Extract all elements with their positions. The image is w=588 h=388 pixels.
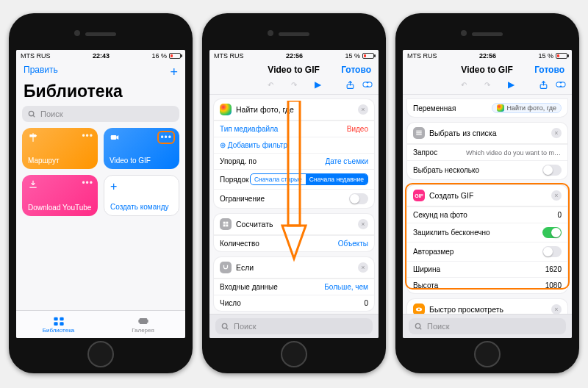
search-placeholder: Поиск — [40, 109, 62, 118]
svg-rect-7 — [60, 317, 63, 320]
more-icon[interactable]: ••• — [157, 131, 175, 144]
action-choose-from-list: Выбрать из списка × Запрос Which video d… — [407, 123, 567, 179]
close-icon[interactable]: × — [358, 262, 368, 273]
svg-point-23 — [222, 323, 226, 328]
settings-icon[interactable] — [556, 79, 566, 90]
svg-point-15 — [363, 82, 368, 87]
carrier: MTS RUS — [21, 52, 51, 60]
share-icon[interactable] — [538, 79, 548, 90]
svg-line-24 — [226, 327, 228, 328]
media-type-label[interactable]: Тип медиафайла — [220, 125, 278, 133]
tile-route[interactable]: ••• Маршрут — [22, 128, 98, 169]
tile-video-to-gif[interactable]: ••• Video to GIF — [104, 128, 179, 169]
limit-label: Ограничение — [220, 195, 265, 203]
search-icon — [28, 110, 36, 118]
action-title: Найти фото, где — [236, 105, 294, 114]
svg-rect-29 — [416, 131, 422, 132]
svg-point-16 — [368, 82, 372, 87]
number-label: Число — [220, 299, 241, 307]
count-value[interactable]: Объекты — [338, 240, 368, 248]
redo-button[interactable]: ↷ — [291, 81, 297, 89]
search-placeholder: Поиск — [234, 322, 256, 331]
number-value[interactable]: 0 — [364, 299, 368, 307]
svg-point-33 — [418, 309, 420, 311]
done-button[interactable]: Готово — [534, 65, 564, 75]
plus-icon: + — [110, 180, 173, 193]
clock: 22:56 — [479, 52, 496, 60]
prompt-label: Запрос — [413, 148, 437, 157]
home-button[interactable] — [281, 341, 307, 367]
action-search-input[interactable]: Поиск — [409, 318, 566, 334]
svg-rect-4 — [111, 135, 117, 140]
tile-label: Создать команду — [110, 203, 173, 211]
done-button[interactable]: Готово — [341, 65, 371, 75]
search-input[interactable]: Поиск — [22, 106, 179, 122]
tile-label: Video to GIF — [110, 157, 173, 165]
count-icon — [220, 218, 232, 230]
action-search-input[interactable]: Поиск — [215, 318, 373, 334]
carrier: MTS RUS — [214, 52, 244, 60]
tile-label: Маршрут — [28, 157, 92, 165]
width-value[interactable]: 1620 — [545, 265, 562, 273]
undo-button[interactable]: ↶ — [461, 81, 467, 89]
svg-rect-10 — [139, 318, 147, 324]
action-find-photos: Найти фото, где × Тип медиафайла Видео ⊕… — [214, 99, 374, 208]
home-button[interactable] — [474, 341, 501, 367]
order-segment[interactable]: Сначала старыеСначала недавние — [250, 173, 368, 185]
multi-switch[interactable] — [542, 165, 562, 176]
svg-rect-12 — [146, 320, 148, 323]
eye-icon — [413, 303, 425, 314]
edit-button[interactable]: Править — [24, 65, 58, 80]
media-type-value[interactable]: Видео — [347, 125, 368, 133]
sort-by-value[interactable]: Дате съемки — [325, 157, 368, 165]
count-label: Количество — [220, 240, 259, 248]
undo-button[interactable]: ↶ — [268, 81, 273, 89]
svg-point-0 — [29, 111, 33, 115]
tab-gallery[interactable]: Галерея — [101, 311, 185, 338]
add-filter-button[interactable]: ⊕ Добавить фильтр — [220, 141, 287, 149]
photos-icon — [220, 104, 232, 115]
sort-by-label: Упоряд. по — [220, 157, 257, 165]
tile-create-shortcut[interactable]: + Создать команду — [104, 175, 179, 216]
play-button[interactable]: ▶ — [508, 79, 514, 90]
close-icon[interactable]: × — [358, 219, 368, 229]
settings-icon[interactable] — [362, 79, 373, 90]
limit-switch[interactable] — [349, 193, 368, 204]
action-title: Быстро просмотреть — [429, 305, 503, 314]
order-label: Порядок — [220, 176, 248, 184]
loop-switch[interactable] — [542, 227, 562, 238]
autosize-switch[interactable] — [542, 246, 562, 257]
close-icon[interactable]: × — [358, 104, 368, 115]
close-icon[interactable]: × — [551, 304, 562, 314]
prompt-value[interactable]: Which video do you want to make a... — [466, 149, 562, 157]
variable-pill[interactable]: Найти фото, где — [492, 103, 562, 113]
share-icon[interactable] — [345, 79, 355, 90]
page-title: Библиотека — [16, 80, 185, 106]
redo-button[interactable]: ↷ — [484, 81, 490, 89]
battery-pct: 15 % — [538, 52, 553, 60]
svg-rect-30 — [416, 132, 422, 133]
height-value[interactable]: 1080 — [545, 281, 562, 290]
input-value[interactable]: Больше, чем — [324, 283, 368, 291]
carrier: MTS RUS — [407, 52, 437, 60]
svg-point-34 — [415, 323, 420, 328]
home-button[interactable] — [87, 341, 114, 367]
close-icon[interactable]: × — [551, 190, 562, 201]
phone-2: MTS RUS 22:56 15 % Video to GIF Готово ↶… — [202, 13, 386, 373]
tab-bar: Библиотека Галерея — [16, 310, 185, 338]
battery-pct: 15 % — [345, 52, 360, 60]
add-button[interactable]: + — [170, 65, 178, 80]
battery-icon — [169, 53, 181, 59]
tab-label: Галерея — [132, 327, 154, 334]
more-icon[interactable]: ••• — [82, 178, 93, 188]
play-button[interactable]: ▶ — [315, 79, 321, 90]
close-icon[interactable]: × — [551, 128, 562, 138]
svg-rect-8 — [54, 322, 57, 326]
seconds-value[interactable]: 0 — [557, 211, 562, 219]
more-icon[interactable]: ••• — [82, 131, 93, 141]
toolbar: ↶ ↷ ▶ — [403, 78, 572, 95]
tab-library[interactable]: Библиотека — [16, 311, 101, 338]
tile-download-youtube[interactable]: ••• Download YouTube — [22, 175, 98, 216]
variable-label: Переменная — [413, 104, 456, 112]
battery-icon — [556, 53, 567, 59]
